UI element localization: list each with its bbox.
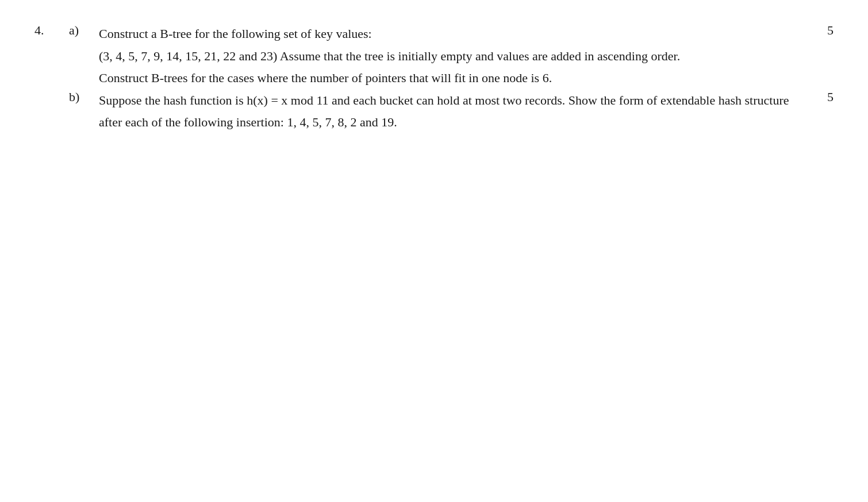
part-b-wrapper: b) Suppose the hash function is h(x) = x… [69, 90, 834, 134]
part-a-para-1: (3, 4, 5, 7, 9, 14, 15, 21, 22 and 23) A… [99, 45, 799, 68]
part-a-content: Construct a B-tree for the following set… [99, 23, 799, 90]
part-b-marks: 5 [799, 90, 834, 105]
part-b-content: Suppose the hash function is h(x) = x mo… [99, 90, 799, 134]
part-a-para-2: Construct B-trees for the cases where th… [99, 67, 799, 90]
part-a-marks: 5 [799, 23, 834, 38]
parts-block: a) Construct a B-tree for the following … [69, 23, 834, 134]
part-a-label: a) [69, 23, 99, 38]
question-block: 4. a) Construct a B-tree for the followi… [34, 23, 834, 134]
part-a-heading: Construct a B-tree for the following set… [99, 23, 799, 45]
part-b-label: b) [69, 90, 99, 105]
question-number: 4. [34, 23, 69, 38]
part-b-para-1: Suppose the hash function is h(x) = x mo… [99, 90, 799, 134]
part-a-wrapper: a) Construct a B-tree for the following … [69, 23, 834, 90]
